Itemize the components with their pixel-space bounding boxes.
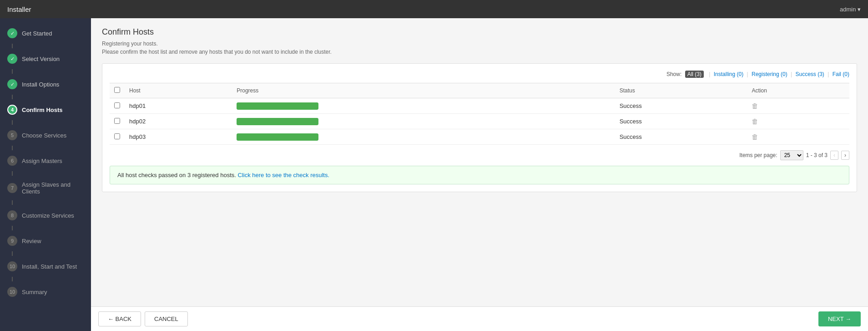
row-checkbox-1[interactable] [114, 102, 120, 108]
row-status-2: Success [615, 114, 747, 129]
step-badge-7: 7 [7, 183, 17, 193]
sidebar-item-choose-services[interactable]: 5 Choose Services [0, 125, 91, 146]
step-badge-8: 8 [7, 210, 17, 220]
sidebar-item-install-start-test[interactable]: 10 Install, Start and Test [0, 256, 91, 277]
sidebar-item-get-started[interactable]: Get Started [0, 23, 91, 44]
cancel-button[interactable]: CANCEL [145, 311, 188, 326]
row-progress-3 [232, 129, 615, 145]
row-checkbox-cell [110, 114, 125, 129]
delete-icon-2[interactable]: 🗑 [752, 117, 758, 125]
col-action: Action [747, 83, 849, 98]
sidebar-item-review[interactable]: 9 Review [0, 230, 91, 251]
step-badge-1 [7, 28, 17, 38]
show-label: Show: [666, 71, 681, 77]
sidebar-label-4: Confirm Hosts [22, 107, 63, 113]
connector-9 [12, 251, 13, 256]
row-progress-1 [232, 98, 615, 114]
filter-registering[interactable]: Registering (0) [752, 71, 787, 77]
col-status: Status [615, 83, 747, 98]
success-banner: All host checks passed on 3 registered h… [110, 166, 849, 184]
sidebar-label-7: Assign Slaves and Clients [22, 181, 84, 195]
sidebar-label-11: Summary [22, 289, 47, 295]
filter-fail[interactable]: Fail (0) [833, 71, 849, 77]
step-badge-6: 6 [7, 156, 17, 166]
connector-3 [12, 95, 13, 99]
delete-icon-1[interactable]: 🗑 [752, 102, 758, 110]
footer-left: ← BACK CANCEL [98, 311, 188, 326]
row-checkbox-cell [110, 129, 125, 145]
hosts-card: Show: All (3) | Installing (0) | Registe… [102, 63, 857, 192]
page-subtitle: Registering your hosts. Please confirm t… [102, 40, 857, 56]
select-all-checkbox[interactable] [114, 87, 120, 93]
row-action-3: 🗑 [747, 129, 849, 145]
row-checkbox-cell [110, 98, 125, 114]
step-badge-4: 4 [7, 105, 17, 115]
progress-bar-container-1 [237, 102, 318, 110]
row-checkbox-2[interactable] [114, 118, 120, 124]
success-text-before: All host checks passed on 3 registered h… [117, 172, 236, 178]
check-icon-2 [10, 56, 15, 62]
step-badge-5: 5 [7, 130, 17, 140]
filter-success[interactable]: Success (3) [795, 71, 824, 77]
table-row: hdp03 Success 🗑 [110, 129, 849, 145]
connector-7 [12, 200, 13, 205]
sidebar: Get Started Select Version Install Optio… [0, 18, 91, 331]
filter-installing[interactable]: Installing (0) [714, 71, 743, 77]
next-button[interactable]: NEXT → [818, 311, 861, 326]
sidebar-label-10: Install, Start and Test [22, 263, 77, 270]
next-page-button[interactable]: › [841, 151, 849, 160]
row-host-3: hdp03 [125, 129, 232, 145]
step-badge-2 [7, 54, 17, 64]
row-checkbox-3[interactable] [114, 133, 120, 139]
table-row: hdp01 Success 🗑 [110, 98, 849, 114]
sidebar-item-customize-services[interactable]: 8 Customize Services [0, 205, 91, 226]
col-host: Host [125, 83, 232, 98]
check-icon-1 [10, 31, 15, 36]
pagination-bar: Items per page: 25 50 100 1 - 3 of 3 ‹ › [110, 150, 849, 160]
sidebar-item-confirm-hosts[interactable]: 4 Confirm Hosts [0, 99, 91, 120]
connector-4 [12, 120, 13, 125]
row-action-2: 🗑 [747, 114, 849, 129]
connector-10 [12, 277, 13, 281]
col-checkbox [110, 83, 125, 98]
per-page-select[interactable]: 25 50 100 [780, 150, 803, 160]
sidebar-item-select-version[interactable]: Select Version [0, 48, 91, 69]
sidebar-label-8: Customize Services [22, 212, 74, 219]
subtitle-line1: Registering your hosts. [102, 41, 158, 47]
hosts-tbody: hdp01 Success 🗑 hdp02 Success [110, 98, 849, 145]
page-title: Confirm Hosts [102, 27, 857, 37]
sidebar-label-9: Review [22, 238, 41, 244]
sidebar-label-1: Get Started [22, 30, 52, 37]
row-host-1: hdp01 [125, 98, 232, 114]
sidebar-item-assign-masters[interactable]: 6 Assign Masters [0, 150, 91, 171]
step-badge-11: 10 [7, 287, 17, 297]
subtitle-line2: Please confirm the host list and remove … [102, 49, 332, 55]
app-title: Installer [7, 5, 31, 13]
hosts-table: Host Progress Status Action hdp01 [110, 83, 849, 145]
sidebar-item-summary[interactable]: 10 Summary [0, 281, 91, 302]
prev-page-button[interactable]: ‹ [830, 151, 838, 160]
step-badge-9: 9 [7, 236, 17, 246]
footer: ← BACK CANCEL NEXT → [91, 306, 868, 331]
progress-bar-fill-2 [237, 118, 318, 125]
user-menu[interactable]: admin ▾ [840, 6, 861, 13]
sidebar-item-install-options[interactable]: Install Options [0, 74, 91, 95]
table-header-row: Host Progress Status Action [110, 83, 849, 98]
row-status-1: Success [615, 98, 747, 114]
back-button[interactable]: ← BACK [98, 311, 141, 326]
progress-bar-fill-3 [237, 133, 318, 141]
filter-bar: Show: All (3) | Installing (0) | Registe… [110, 71, 849, 77]
connector-8 [12, 226, 13, 230]
sidebar-label-2: Select Version [22, 56, 60, 62]
filter-all[interactable]: All (3) [685, 71, 704, 78]
row-progress-2 [232, 114, 615, 129]
table-row: hdp02 Success 🗑 [110, 114, 849, 129]
sidebar-label-5: Choose Services [22, 132, 66, 139]
progress-bar-fill-1 [237, 102, 318, 110]
pagination-range: 1 - 3 of 3 [806, 152, 828, 158]
connector-2 [12, 69, 13, 74]
check-results-link[interactable]: Click here to see the check results. [238, 172, 330, 178]
sidebar-item-assign-slaves[interactable]: 7 Assign Slaves and Clients [0, 176, 91, 200]
delete-icon-3[interactable]: 🗑 [752, 133, 758, 141]
row-status-3: Success [615, 129, 747, 145]
